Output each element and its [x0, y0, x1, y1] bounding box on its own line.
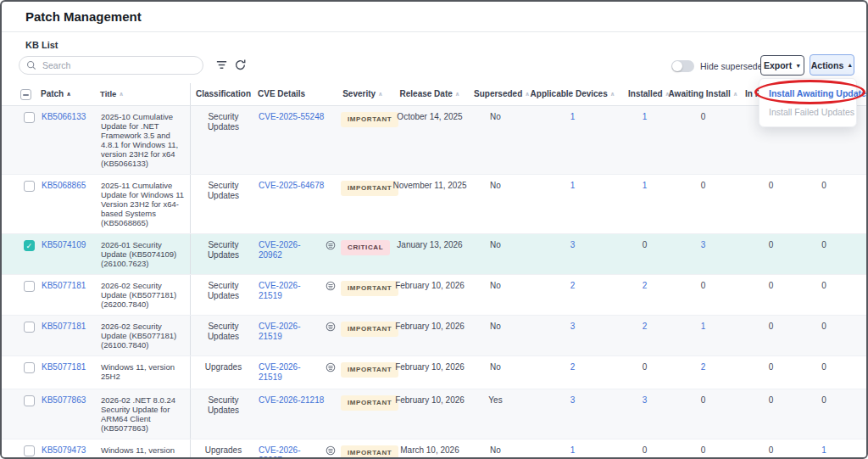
row-checkbox[interactable]: [24, 281, 35, 292]
column-header-applicable-devices[interactable]: Applicable Devices∧: [519, 83, 626, 105]
row-checkbox[interactable]: [24, 445, 35, 456]
patch-title: 2026-02 Security Update (KB5077181) (261…: [98, 316, 190, 355]
release-date-cell: February 10, 2026: [387, 275, 472, 315]
menu-item-install-failed-updates: Install Failed Updates: [760, 103, 856, 121]
filter-icon[interactable]: [215, 59, 229, 72]
awaiting-install-cell[interactable]: 2: [701, 362, 706, 372]
patch-link[interactable]: KB5077181: [42, 322, 86, 331]
installed-cell[interactable]: 2: [643, 322, 648, 331]
column-header-installed[interactable]: Installed∧: [626, 83, 663, 105]
awaiting-install-cell: 0: [701, 445, 706, 455]
column-header-label: Installed: [628, 89, 663, 98]
table-row: KB5077181Windows 11, version 25H2Upgrade…: [2, 356, 866, 389]
failed-cell[interactable]: 1: [821, 445, 826, 455]
column-header-check[interactable]: [19, 83, 39, 105]
grouped-cve-icon[interactable]: [326, 240, 336, 253]
patch-title: 2026-02 Security Update (KB5077181) (262…: [98, 275, 190, 315]
release-date-cell: January 13, 2026: [387, 234, 472, 274]
section-title: KB List: [25, 40, 58, 50]
select-all-checkbox[interactable]: [20, 89, 31, 100]
applicable-devices-cell[interactable]: 1: [570, 181, 576, 190]
grouped-cve-icon[interactable]: [326, 281, 336, 294]
patch-title: 2025-10 Cumulative Update for .NET Frame…: [98, 106, 190, 174]
release-date-cell: November 11, 2025: [387, 175, 472, 233]
applicable-devices-cell[interactable]: 2: [570, 362, 576, 372]
cve-link[interactable]: CVE-2026-21519: [259, 281, 321, 301]
column-header-label: Release Date: [400, 89, 453, 98]
patch-link[interactable]: KB5077181: [42, 281, 86, 290]
in-progress-cell: 0: [769, 362, 774, 372]
search-box[interactable]: [19, 56, 203, 75]
installed-cell[interactable]: 2: [643, 281, 648, 290]
cve-link[interactable]: CVE-2026-23667: [259, 445, 321, 459]
cve-link[interactable]: CVE-2025-55248: [259, 112, 324, 122]
applicable-devices-cell[interactable]: 3: [570, 322, 576, 331]
table-row: KB50741092026-01 Security Update (KB5074…: [2, 234, 866, 275]
column-header-awaiting-install[interactable]: Awaiting Install∧: [663, 83, 743, 105]
row-checkbox[interactable]: [24, 322, 35, 333]
row-checkbox[interactable]: [24, 395, 35, 406]
row-checkbox[interactable]: [24, 240, 35, 251]
search-input[interactable]: [41, 59, 196, 71]
page-title: Patch Management: [25, 9, 142, 24]
applicable-devices-cell[interactable]: 1: [570, 112, 576, 121]
patch-link[interactable]: KB5077181: [42, 362, 86, 372]
superseded-cell: No: [472, 439, 519, 459]
failed-cell: 0: [821, 181, 826, 190]
row-checkbox[interactable]: [24, 112, 35, 123]
column-header-superseded[interactable]: Superseded∧: [472, 83, 519, 105]
refresh-icon[interactable]: [234, 59, 248, 72]
column-header-patch[interactable]: Patch∧: [39, 83, 98, 105]
table-body: KB50661332025-10 Cumulative Update for .…: [2, 106, 866, 459]
patch-link[interactable]: KB5077863: [42, 395, 86, 405]
patch-link[interactable]: KB5068865: [42, 181, 86, 190]
cve-link[interactable]: CVE-2026-21218: [259, 395, 324, 406]
classification-cell: Security Updates: [190, 106, 256, 174]
patch-link[interactable]: KB5066133: [42, 112, 86, 121]
column-header-label: Awaiting Install: [669, 89, 731, 98]
actions-button[interactable]: Actions ▲: [810, 54, 854, 76]
column-header-severity[interactable]: Severity∧: [338, 83, 387, 105]
sort-caret-icon: ∧: [66, 91, 71, 97]
cve-link[interactable]: CVE-2026-20962: [259, 240, 321, 260]
applicable-devices-cell[interactable]: 2: [570, 281, 576, 290]
hide-superseded-toggle[interactable]: [671, 60, 694, 72]
toolbar: KB List Hide superseded KB Export ▼ Acti…: [2, 32, 866, 83]
column-header-label: Superseded: [474, 89, 522, 98]
patch-link[interactable]: KB5074109: [42, 240, 86, 249]
row-checkbox[interactable]: [24, 181, 35, 192]
grouped-cve-icon[interactable]: [326, 322, 336, 334]
applicable-devices-cell[interactable]: 1: [570, 445, 576, 455]
classification-cell: Security Updates: [190, 389, 256, 439]
superseded-cell: No: [472, 106, 519, 174]
export-button[interactable]: Export ▼: [760, 55, 804, 76]
installed-cell[interactable]: 1: [643, 112, 648, 121]
column-header-release-date[interactable]: Release Date∧: [387, 83, 472, 105]
awaiting-install-cell[interactable]: 1: [701, 322, 706, 331]
menu-item-install-awaiting-updates[interactable]: Install Awaiting Updates: [760, 84, 856, 103]
row-checkbox[interactable]: [24, 362, 35, 373]
grouped-cve-icon[interactable]: [326, 362, 336, 375]
chevron-up-icon: ▲: [847, 62, 853, 68]
cve-link[interactable]: CVE-2026-21519: [259, 362, 321, 383]
column-header-title[interactable]: Title∧: [98, 83, 190, 105]
grouped-cve-icon[interactable]: [326, 445, 336, 458]
cve-link[interactable]: CVE-2025-64678: [259, 181, 324, 191]
failed-cell: 0: [821, 322, 826, 331]
applicable-devices-cell[interactable]: 3: [570, 240, 576, 249]
search-icon: [26, 60, 36, 70]
superseded-cell: No: [472, 275, 519, 315]
patch-link[interactable]: KB5079473: [42, 445, 86, 455]
export-button-label: Export: [764, 60, 792, 70]
installed-cell[interactable]: 1: [643, 181, 648, 190]
installed-cell[interactable]: 3: [643, 395, 648, 405]
superseded-cell: No: [472, 234, 519, 274]
table-row: KB50688652025-11 Cumulative Update for W…: [2, 175, 866, 234]
classification-cell: Security Updates: [190, 234, 256, 274]
awaiting-install-cell[interactable]: 3: [701, 240, 706, 249]
applicable-devices-cell[interactable]: 3: [570, 395, 576, 405]
sort-caret-icon: ∧: [525, 91, 530, 97]
cve-link[interactable]: CVE-2026-21519: [259, 322, 321, 342]
release-date-cell: October 14, 2025: [387, 106, 472, 174]
superseded-cell: Yes: [472, 389, 519, 439]
